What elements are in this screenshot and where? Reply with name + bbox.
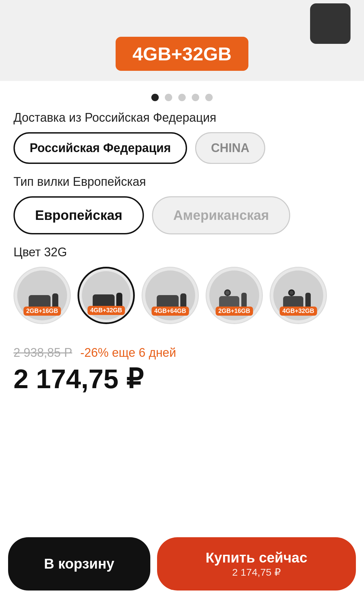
buy-now-price: 2 174,75 ₽ bbox=[232, 566, 281, 578]
add-to-cart-button[interactable]: В корзину bbox=[8, 537, 150, 591]
plug-option-euro[interactable]: Европейская bbox=[13, 196, 144, 234]
variant-3-badge: 4GB+64GB bbox=[152, 307, 189, 316]
color-label: Цвет 32G bbox=[13, 245, 351, 259]
variant-4-badge: 2GB+16GB bbox=[216, 307, 253, 316]
delivery-option-china[interactable]: CHINA bbox=[195, 132, 265, 164]
product-image-area: 4GB+32GB bbox=[0, 0, 364, 81]
dot-5[interactable] bbox=[205, 94, 213, 101]
dot-3[interactable] bbox=[178, 94, 186, 101]
delivery-option-russia[interactable]: Российская Федерация bbox=[13, 132, 187, 164]
variants-row: 2GB+16GB 4GB+32GB 4GB+64GB bbox=[13, 267, 351, 327]
product-device-thumb bbox=[310, 3, 351, 44]
color-section: Цвет 32G 2GB+16GB 4GB+32GB bbox=[0, 245, 364, 327]
variant-2[interactable]: 4GB+32GB bbox=[78, 267, 135, 324]
variant-5[interactable]: 4GB+32GB bbox=[270, 267, 327, 324]
image-pagination bbox=[0, 81, 364, 111]
variant-1[interactable]: 2GB+16GB bbox=[13, 267, 71, 324]
delivery-section: Доставка из Российская Федерация Российс… bbox=[0, 111, 364, 164]
original-price-row: 2 938,85 Р -26% еще 6 дней bbox=[13, 346, 351, 360]
delivery-label: Доставка из Российская Федерация bbox=[13, 111, 351, 125]
variant-1-badge: 2GB+16GB bbox=[24, 307, 61, 316]
variant-4[interactable]: 2GB+16GB bbox=[206, 267, 263, 324]
plug-option-american[interactable]: Американская bbox=[152, 196, 290, 234]
product-badge: 4GB+32GB bbox=[116, 37, 248, 71]
discount-badge: -26% еще 6 дней bbox=[80, 346, 176, 360]
dot-1[interactable] bbox=[151, 94, 159, 101]
bottom-actions: В корзину Купить сейчас 2 174,75 ₽ bbox=[0, 530, 364, 604]
buy-now-button[interactable]: Купить сейчас 2 174,75 ₽ bbox=[157, 537, 356, 591]
plug-section: Тип вилки Европейская Европейская Америк… bbox=[0, 175, 364, 234]
plug-label: Тип вилки Европейская bbox=[13, 175, 351, 189]
svg-point-13 bbox=[290, 291, 294, 295]
variant-5-badge: 4GB+32GB bbox=[280, 307, 317, 316]
dot-4[interactable] bbox=[192, 94, 199, 101]
variant-2-badge: 4GB+32GB bbox=[88, 306, 125, 315]
svg-point-9 bbox=[225, 291, 230, 295]
variant-3[interactable]: 4GB+64GB bbox=[142, 267, 199, 324]
delivery-options: Российская Федерация CHINA bbox=[13, 132, 351, 164]
dot-2[interactable] bbox=[165, 94, 172, 101]
buy-now-label: Купить сейчас bbox=[206, 549, 307, 566]
plug-options: Европейская Американская bbox=[13, 196, 351, 234]
price-section: 2 938,85 Р -26% еще 6 дней 2 174,75 ₽ bbox=[0, 338, 364, 401]
original-price: 2 938,85 Р bbox=[13, 346, 72, 360]
current-price: 2 174,75 ₽ bbox=[13, 363, 351, 395]
